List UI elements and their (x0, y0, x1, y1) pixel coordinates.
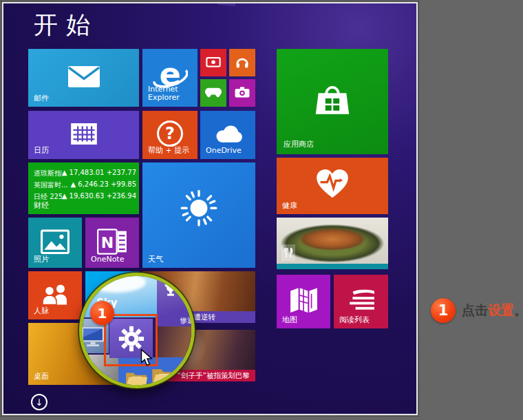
tile-onedrive[interactable]: OneDrive (200, 111, 255, 159)
tile-onenote[interactable]: N OneNote (85, 218, 139, 268)
down-arrow-icon: ↓ (36, 397, 43, 408)
envelope-icon (68, 66, 100, 87)
tile-calendar[interactable]: 日历 (28, 111, 139, 159)
start-screen: 开始 邮件 e Internet Explorer (3, 3, 416, 414)
tile-label: OneNote (91, 255, 124, 264)
tile-photos[interactable]: 照片 (28, 218, 82, 268)
photo-icon (41, 229, 70, 254)
stage: 开始 邮件 e Internet Explorer (0, 0, 523, 420)
tile-video[interactable] (200, 49, 226, 76)
tile-label: 应用商店 (284, 140, 314, 149)
question-icon: ? (157, 120, 183, 147)
tile-health[interactable]: 健康 (277, 158, 388, 214)
instruction-annotation: 1 点击设置。 (431, 298, 523, 323)
cutlery-icon (281, 244, 295, 261)
tile-reading-list[interactable]: 阅读列表 (334, 275, 388, 328)
tile-mail[interactable]: 邮件 (28, 49, 139, 107)
tile-store[interactable]: 应用商店 (277, 49, 388, 154)
step-badge: 1 (90, 301, 114, 325)
finance-quotes: 道琼斯指数▲ 17,483.01 +237.77 英国富时...▲ 6,246.… (34, 169, 136, 204)
tile-maps[interactable]: 地图 (277, 275, 330, 328)
onenote-icon: N (97, 228, 127, 255)
annotation-text: 点击设置。 (462, 302, 523, 319)
gamepad-icon (205, 87, 222, 98)
tile-help-tips[interactable]: ? 帮助 + 提示 (142, 111, 198, 159)
tile-label: 日历 (34, 147, 49, 156)
tile-games[interactable] (200, 79, 226, 107)
cursor-icon (140, 349, 153, 366)
people-icon (40, 283, 70, 305)
tile-camera[interactable] (229, 79, 255, 107)
tile-label: 邮件 (34, 94, 49, 103)
heart-pulse-icon (315, 169, 350, 200)
tile-internet-explorer[interactable]: e Internet Explorer (142, 49, 198, 107)
tile-label: 健康 (282, 202, 297, 211)
magnified-sports-headline: 惨遭逆转 (157, 315, 195, 326)
annotation-highlight: 设置 (488, 302, 514, 317)
tile-label: 人脉 (34, 307, 49, 316)
store-bag-icon (313, 82, 352, 118)
annotation-badge: 1 (431, 298, 456, 323)
tile-food[interactable] (277, 218, 388, 269)
tile-label: 天气 (148, 255, 163, 264)
cloud-icon (213, 125, 243, 143)
headphones-icon (235, 56, 250, 69)
tile-label: 帮助 + 提示 (148, 147, 189, 156)
tile-label: 地图 (282, 316, 297, 325)
tile-people[interactable]: 人脉 (28, 271, 82, 319)
calendar-icon (71, 123, 97, 145)
monitor-icon (81, 326, 105, 347)
tile-label: 桌面 (34, 372, 49, 381)
tile-label: OneDrive (206, 147, 242, 156)
map-icon (289, 288, 318, 313)
camera-icon (235, 87, 250, 98)
folder-icon (125, 370, 147, 388)
magnifier-callout: Sky 惨遭逆转 子手”被指策划巴黎 (79, 273, 195, 388)
tile-label: 财经 (34, 202, 49, 211)
tile-label: 照片 (34, 255, 49, 264)
video-icon (206, 57, 221, 67)
tile-music[interactable] (229, 49, 255, 76)
tile-weather[interactable]: 天气 (142, 162, 255, 268)
magnified-news-photo (157, 326, 195, 359)
gear-icon (118, 326, 145, 352)
tile-finance[interactable]: 道琼斯指数▲ 17,483.01 +237.77 英国富时...▲ 6,246.… (28, 162, 139, 214)
reading-list-icon (347, 289, 376, 311)
sun-icon (180, 189, 217, 227)
tile-label: Internet Explorer (148, 85, 189, 103)
zoom-out-button[interactable]: ↓ (31, 394, 47, 410)
svg-text:N: N (101, 233, 114, 251)
page-title: 开始 (34, 9, 98, 41)
food-accent-strip (277, 264, 388, 269)
tile-label: 阅读列表 (339, 316, 370, 325)
